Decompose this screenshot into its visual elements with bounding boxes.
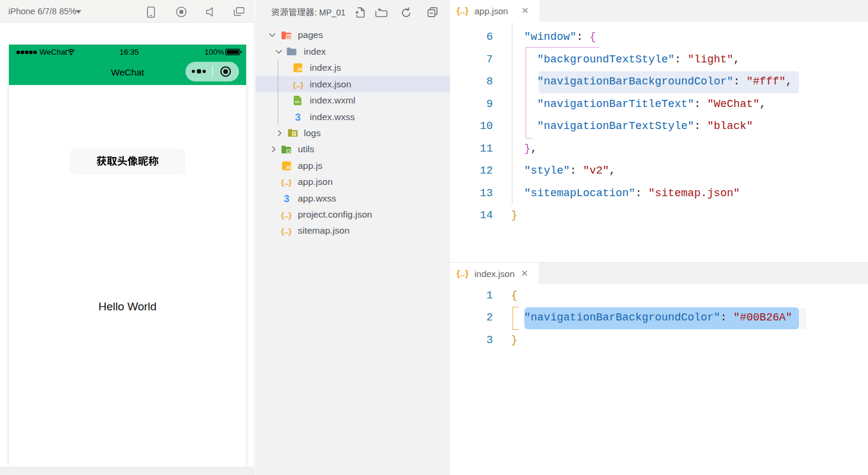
svg-text:{..}: {..}	[457, 5, 469, 15]
svg-text:{..}: {..}	[281, 210, 292, 219]
svg-text:3: 3	[284, 194, 289, 203]
svg-text:3: 3	[295, 112, 300, 122]
svg-text:<>: <>	[286, 34, 291, 39]
svg-text:{..}: {..}	[457, 268, 469, 278]
svg-text:{..}: {..}	[281, 227, 292, 236]
svg-text:{..}: {..}	[281, 178, 292, 187]
svg-text:<>: <>	[295, 100, 300, 104]
svg-text:{..}: {..}	[293, 80, 304, 89]
svg-text:JS: JS	[297, 67, 303, 72]
svg-text:JS: JS	[286, 165, 291, 170]
